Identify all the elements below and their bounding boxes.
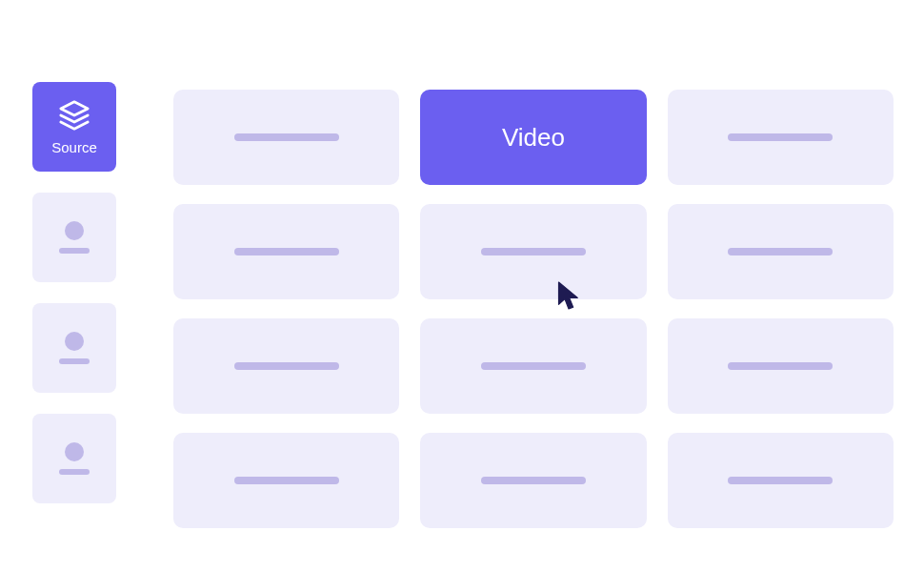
grid-card[interactable] [173,318,399,414]
placeholder-bar [59,358,90,364]
sidebar-item-placeholder[interactable] [32,414,116,503]
sidebar-item-label: Source [51,139,97,155]
grid-row [173,204,894,299]
grid-row [173,433,894,528]
placeholder-bar [234,362,339,370]
placeholder-bar [728,477,833,484]
grid-card[interactable] [420,318,646,414]
placeholder-bar [728,133,833,141]
placeholder-bar [234,133,339,141]
grid-card[interactable] [173,204,399,299]
grid-row: Video [173,90,894,185]
placeholder-bar [234,248,339,255]
placeholder-bar [234,477,339,484]
avatar-placeholder-icon [65,442,84,461]
avatar-placeholder-icon [65,221,84,240]
grid-card[interactable] [420,433,646,528]
svg-marker-0 [61,101,88,114]
placeholder-bar [481,362,586,370]
grid-card[interactable] [668,318,894,414]
placeholder-bar [481,248,586,255]
sidebar: Source [32,82,116,572]
sidebar-item-placeholder[interactable] [32,303,116,393]
sidebar-item-placeholder[interactable] [32,193,116,282]
main-grid: Video [173,90,894,572]
placeholder-bar [481,477,586,484]
placeholder-bar [59,248,90,254]
grid-card[interactable] [173,433,399,528]
placeholder-bar [59,469,90,475]
grid-card-video[interactable]: Video [420,90,646,185]
grid-card-label: Video [502,123,565,153]
sidebar-item-source[interactable]: Source [32,82,116,172]
layers-icon [58,99,90,132]
grid-row [173,318,894,414]
avatar-placeholder-icon [65,332,84,351]
placeholder-bar [728,248,833,255]
grid-card[interactable] [668,204,894,299]
grid-card[interactable] [173,90,399,185]
grid-card[interactable] [668,433,894,528]
grid-card[interactable] [668,90,894,185]
placeholder-bar [728,362,833,370]
grid-card[interactable] [420,204,646,299]
